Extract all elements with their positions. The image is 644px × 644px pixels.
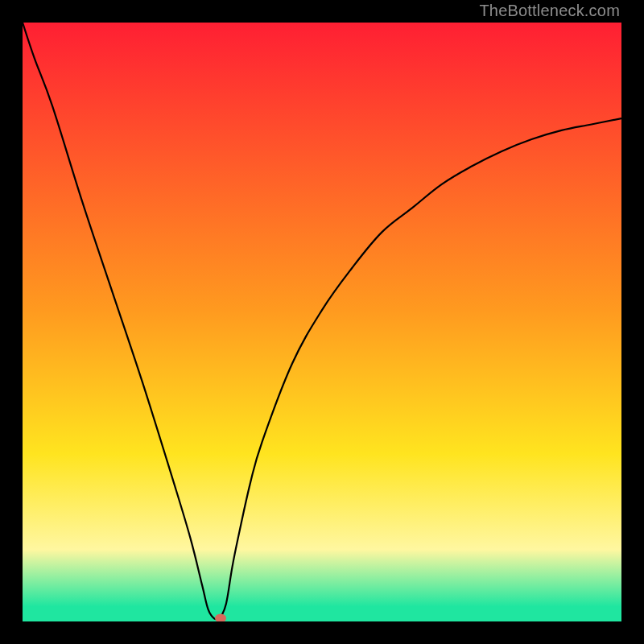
chart-frame: TheBottleneck.com	[0, 0, 644, 644]
watermark-text: TheBottleneck.com	[479, 2, 620, 20]
curve-left-branch	[23, 23, 221, 619]
bottleneck-curve	[23, 23, 621, 621]
curve-right-branch	[221, 118, 621, 618]
plot-area	[23, 23, 621, 621]
optimum-dot	[215, 614, 226, 621]
